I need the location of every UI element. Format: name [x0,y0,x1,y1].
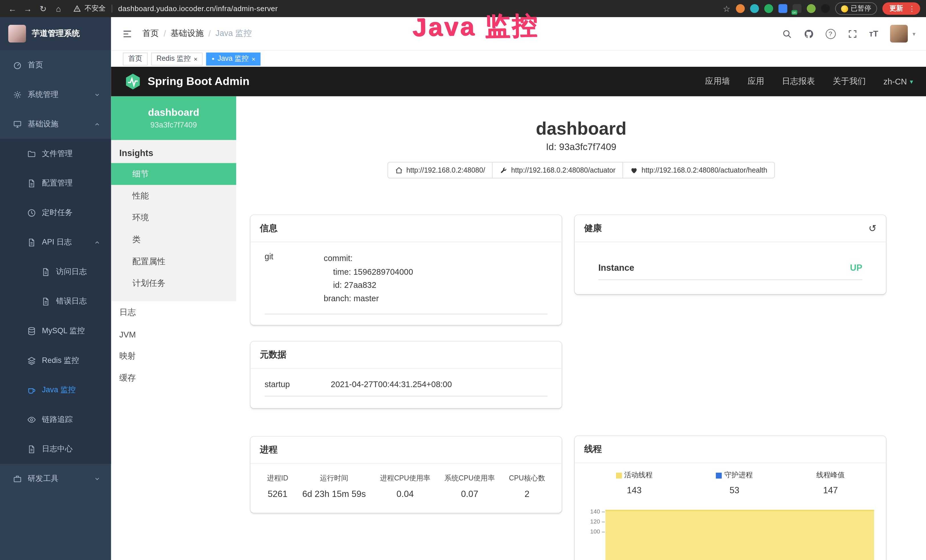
sba-instance-id: 93a3fc7f7409 [150,120,197,129]
profile-paused-chip[interactable]: 已暂停 [835,2,877,15]
monitor-icon [13,120,22,129]
threads-card-title: 线程 [584,443,602,455]
metadata-row-startup: startup 2021-04-27T00:44:31.254+08:00 [265,379,548,396]
browser-refresh-icon[interactable]: ↻ [36,4,50,13]
actuator-url-button[interactable]: http://192.168.0.2:48080/actuator [492,162,623,178]
sidebar-item-log-center[interactable]: 日志中心 [0,434,111,464]
sba-menu-scheduled-tasks[interactable]: 计划任务 [111,272,236,294]
paused-label: 已暂停 [851,4,871,13]
bookmark-star-icon[interactable]: ☆ [723,4,730,13]
font-size-icon[interactable]: тT [869,29,878,38]
sba-language-select[interactable]: zh-CN ▾ [884,77,913,86]
github-icon[interactable] [803,29,814,38]
hamburger-icon[interactable] [122,28,133,39]
tags-view-bar: 首页 Redis 监控 × ● Java 监控 × [111,50,926,67]
instance-id-line: Id: 93a3fc7f7409 [236,142,926,152]
sba-main: dashboard Id: 93a3fc7f7409 http://192.16… [236,97,926,560]
avatar-caret-icon[interactable]: ▾ [912,30,915,37]
search-icon[interactable] [782,29,792,38]
sba-menu-config-props[interactable]: 配置属性 [111,250,236,272]
url-text[interactable]: dashboard.yudao.iocoder.cn/infra/admin-s… [118,5,278,13]
sidebar-item-api-logs[interactable]: API 日志 [0,227,111,257]
metadata-card: 元数据 startup 2021-04-27T00:44:31.254+08:0… [250,341,561,408]
sidebar-item-tracing[interactable]: 链路追踪 [0,405,111,434]
sidebar-item-error-logs[interactable]: 错误日志 [0,286,111,316]
browser-extension-icon-5[interactable]: on [792,4,801,13]
sba-app-name: dashboard [148,107,199,119]
sidebar-item-system[interactable]: 系统管理 [0,80,111,109]
browser-extension-icon-7[interactable] [821,4,830,13]
sba-menu-logs[interactable]: 日志 [111,301,236,323]
sba-brand[interactable]: Spring Boot Admin [124,73,250,91]
sba-menu-classes[interactable]: 类 [111,229,236,250]
sba-menu-metrics[interactable]: 性能 [111,185,236,207]
sba-link-about[interactable]: 关于我们 [833,76,866,87]
sidebar-item-mysql-monitor[interactable]: MySQL 监控 [0,316,111,346]
browser-home-icon[interactable]: ⌂ [52,4,65,13]
sidebar-item-file-mgmt[interactable]: 文件管理 [0,139,111,169]
info-card-title: 信息 [260,223,277,234]
fullscreen-icon[interactable] [847,29,857,38]
sidebar-item-redis-monitor[interactable]: Redis 监控 [0,346,111,375]
close-icon[interactable]: × [194,55,197,62]
sba-menu-details[interactable]: 细节 [111,163,236,185]
legend-yellow-swatch [616,472,622,478]
legend-live-threads: 活动线程 143 [616,471,652,495]
sba-navbar: Spring Boot Admin 应用墙 应用 日志报表 关于我们 zh-CN… [111,67,926,97]
app-logo-bar[interactable]: 芋道管理系统 [0,17,111,50]
threads-chart-plot [605,505,877,560]
sba-link-wallboard[interactable]: 应用墙 [705,76,730,87]
health-instance-row[interactable]: Instance UP [598,262,862,280]
help-icon[interactable]: ? [825,29,835,38]
browser-extension-icon-1[interactable] [735,4,744,13]
chevron-down-icon [94,91,100,98]
sidebar-item-infra[interactable]: 基础设施 [0,109,111,139]
sidebar-item-scheduled-jobs[interactable]: 定时任务 [0,198,111,228]
tab-java-monitor[interactable]: ● Java 监控 × [206,52,261,65]
sidebar-item-home[interactable]: 首页 [0,50,111,80]
process-metric-system-cpu: 系统CPU使用率 0.07 [444,473,495,498]
browser-back-icon[interactable]: ← [6,4,19,13]
legend-blue-swatch [716,472,722,478]
sidebar-item-config-mgmt[interactable]: 配置管理 [0,168,111,198]
health-url-button[interactable]: http://192.168.0.2:48080/actuator/health [623,162,775,178]
chevron-up-icon [94,121,100,127]
chrome-update-button[interactable]: 更新 ⋮ [882,2,920,15]
database-icon [27,326,36,335]
chrome-menu-icon[interactable]: ⋮ [908,5,915,13]
process-metric-pid: 进程ID 5261 [267,473,288,498]
tab-home[interactable]: 首页 [123,52,148,65]
sba-menu-caches[interactable]: 缓存 [111,367,236,389]
user-avatar[interactable] [890,25,908,42]
sba-menu-environment[interactable]: 环境 [111,207,236,229]
sba-link-applications[interactable]: 应用 [747,76,764,87]
tab-redis-monitor[interactable]: Redis 监控 × [151,52,203,65]
history-icon[interactable]: ↺ [869,223,877,234]
browser-extension-icon-4[interactable] [778,4,787,13]
process-card-title: 进程 [260,444,277,455]
breadcrumb-home[interactable]: 首页 [142,28,159,39]
sba-link-journal[interactable]: 日志报表 [782,76,815,87]
address-bar[interactable]: 不安全 dashboard.yudao.iocoder.cn/infra/adm… [73,3,278,14]
breadcrumb-current: Java 监控 [215,28,251,39]
process-card: 进程 进程ID 5261 运行时间 6d 23h 15m 59s [250,436,561,513]
breadcrumb-infra[interactable]: 基础设施 [171,28,204,39]
sba-menu-jvm[interactable]: JVM [111,323,236,345]
browser-extension-icon-3[interactable] [764,4,773,13]
browser-extension-icon-6[interactable] [806,4,816,13]
sba-menu-mappings[interactable]: 映射 [111,345,236,367]
extension-on-badge: on [791,10,797,15]
sidebar-item-access-logs[interactable]: 访问日志 [0,257,111,287]
gear-icon [13,90,22,99]
close-icon[interactable]: × [251,55,255,62]
sidebar-item-java-monitor[interactable]: Java 监控 [0,375,111,405]
browser-forward-icon[interactable]: → [21,4,35,13]
sidebar-item-dev-tools[interactable]: 研发工具 [0,464,111,493]
service-url-button[interactable]: http://192.168.0.2:48080/ [387,162,493,178]
browser-extension-icon-2[interactable] [750,4,759,13]
legend-daemon-threads: 守护进程 53 [716,471,753,495]
active-dot-icon: ● [212,56,215,61]
eye-icon [27,415,36,424]
sba-instance-header[interactable]: dashboard 93a3fc7f7409 [111,97,236,140]
layers-icon [27,356,36,365]
